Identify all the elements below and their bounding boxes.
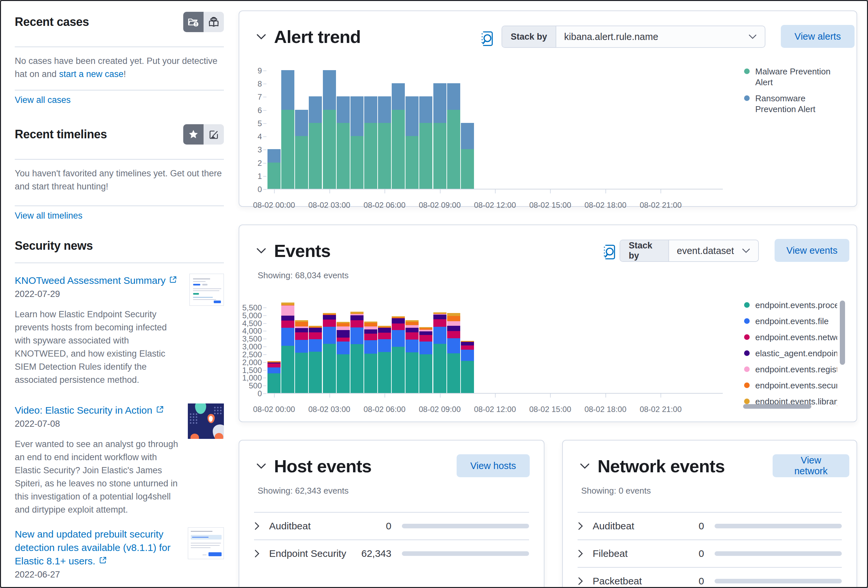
view-all-timelines-link[interactable]: View all timelines (15, 211, 83, 221)
bar-segment[interactable] (309, 328, 322, 332)
bar-segment[interactable] (419, 341, 433, 354)
inspect-button[interactable] (602, 244, 617, 261)
legend-item[interactable]: endpoint.events.file (744, 316, 839, 327)
bar-segment[interactable] (323, 315, 336, 319)
news-thumbnail[interactable] (188, 527, 224, 559)
news-link[interactable]: New and updated prebuilt security detect… (15, 529, 170, 566)
view-events-button[interactable]: View events (775, 239, 849, 262)
bar-segment[interactable] (350, 136, 363, 189)
bar-segment[interactable] (337, 354, 350, 393)
legend-vertical-scrollbar[interactable] (840, 301, 845, 365)
bar-segment[interactable] (364, 334, 377, 340)
favorite-timelines-button[interactable] (183, 124, 204, 145)
bar-segment[interactable] (295, 353, 308, 393)
bar-segment[interactable] (406, 325, 419, 328)
bar-segment[interactable] (337, 341, 350, 354)
bar-segment[interactable] (295, 332, 308, 340)
bar-segment[interactable] (447, 321, 460, 326)
news-link[interactable]: Video: Elastic Security in Action (15, 405, 152, 416)
bar-segment[interactable] (364, 323, 377, 327)
expand-chevron-icon[interactable] (577, 549, 593, 558)
bar-segment[interactable] (337, 323, 350, 327)
bar-segment[interactable] (295, 110, 308, 136)
bar-segment[interactable] (419, 354, 433, 393)
recent-cases-button[interactable] (183, 12, 204, 32)
bar-segment[interactable] (295, 327, 308, 328)
bar-segment[interactable] (406, 96, 419, 136)
bar-segment[interactable] (267, 163, 280, 189)
bar-segment[interactable] (378, 328, 391, 333)
bar-segment[interactable] (337, 123, 350, 189)
events-stack-by-select[interactable]: Stack by event.dataset (620, 239, 759, 262)
bar-segment[interactable] (281, 316, 294, 321)
bar-segment[interactable] (419, 330, 433, 331)
bar-segment[interactable] (281, 70, 294, 110)
bar-segment[interactable] (461, 350, 474, 361)
bar-segment[interactable] (267, 361, 280, 362)
bar-segment[interactable] (295, 340, 308, 353)
bar-segment[interactable] (433, 319, 446, 327)
chart-plot-area[interactable] (267, 71, 723, 189)
bar-segment[interactable] (364, 329, 377, 334)
bar-segment[interactable] (461, 342, 474, 345)
bar-segment[interactable] (309, 332, 322, 339)
bar-segment[interactable] (364, 340, 377, 354)
bar-segment[interactable] (406, 322, 419, 325)
bar-segment[interactable] (281, 328, 294, 346)
bar-segment[interactable] (295, 320, 308, 322)
legend-item[interactable]: endpoint.events.security (744, 380, 839, 391)
bar-segment[interactable] (447, 83, 460, 109)
bar-segment[interactable] (267, 362, 280, 362)
bar-segment[interactable] (337, 338, 350, 341)
bar-segment[interactable] (447, 313, 460, 316)
recently-created-cases-button[interactable] (204, 12, 224, 32)
bar-segment[interactable] (378, 339, 391, 352)
bar-segment[interactable] (309, 327, 322, 328)
collapse-chevron-icon[interactable] (256, 463, 266, 469)
bar-segment[interactable] (447, 110, 460, 189)
bar-segment[interactable] (350, 314, 363, 314)
bar-segment[interactable] (350, 312, 363, 314)
bar-segment[interactable] (433, 312, 446, 314)
expand-chevron-icon[interactable] (254, 549, 269, 558)
bar-segment[interactable] (378, 326, 391, 327)
bar-segment[interactable] (433, 315, 446, 319)
bar-segment[interactable] (364, 96, 377, 123)
bar-segment[interactable] (295, 136, 308, 189)
bar-segment[interactable] (364, 123, 377, 189)
start-new-case-link[interactable]: start a new case (59, 69, 124, 79)
bar-segment[interactable] (419, 328, 433, 330)
collapse-chevron-icon[interactable] (256, 33, 266, 40)
alert-stack-by-select[interactable]: Stack by kibana.alert.rule.name (502, 25, 765, 48)
bar-segment[interactable] (392, 110, 405, 189)
legend-item[interactable]: elastic_agent.endpoint_security (744, 348, 839, 359)
view-alerts-button[interactable]: View alerts (781, 25, 855, 48)
bar-segment[interactable] (447, 353, 460, 393)
bar-segment[interactable] (281, 305, 294, 306)
bar-segment[interactable] (350, 327, 363, 344)
bar-segment[interactable] (267, 363, 280, 368)
bar-segment[interactable] (447, 326, 460, 331)
bar-segment[interactable] (419, 327, 433, 328)
bar-segment[interactable] (281, 303, 294, 305)
bar-segment[interactable] (406, 352, 419, 393)
bar-segment[interactable] (323, 327, 336, 344)
news-thumbnail[interactable] (188, 403, 224, 439)
bar-segment[interactable] (267, 373, 280, 393)
bar-segment[interactable] (323, 110, 336, 189)
bar-segment[interactable] (350, 96, 363, 136)
bar-segment[interactable] (406, 136, 419, 189)
bar-segment[interactable] (447, 331, 460, 338)
bar-segment[interactable] (281, 346, 294, 393)
bar-segment[interactable] (364, 327, 377, 329)
bar-segment[interactable] (323, 344, 336, 393)
bar-segment[interactable] (295, 322, 308, 327)
bar-segment[interactable] (281, 306, 294, 315)
bar-segment[interactable] (392, 330, 405, 347)
bar-segment[interactable] (337, 322, 350, 323)
bar-segment[interactable] (364, 322, 377, 323)
bar-segment[interactable] (461, 149, 474, 189)
bar-segment[interactable] (461, 341, 474, 342)
legend-item[interactable]: endpoint.events.process (744, 300, 839, 311)
bar-segment[interactable] (406, 340, 419, 353)
